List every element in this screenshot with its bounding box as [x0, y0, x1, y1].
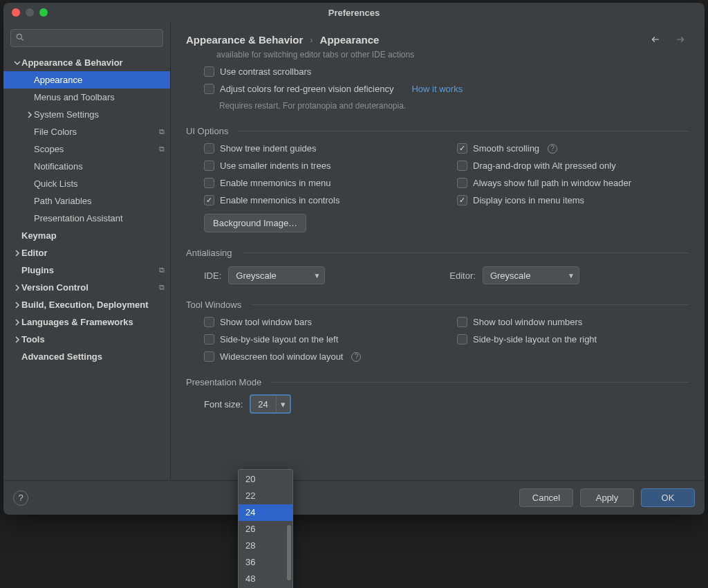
option-label: Show tool window numbers [473, 317, 582, 327]
option[interactable]: Show tool window bars [204, 317, 436, 327]
option-label: Enable mnemonics in menu [220, 178, 330, 188]
dropdown-item[interactable]: 48 [239, 571, 292, 587]
sidebar-item-label: Menus and Toolbars [34, 92, 155, 102]
option[interactable]: Always show full path in window header [457, 178, 689, 188]
option[interactable]: Display icons in menu items [457, 195, 689, 205]
apply-button[interactable]: Apply [580, 488, 634, 507]
checkbox[interactable] [457, 317, 467, 327]
dropdown-item[interactable]: 24 [239, 504, 292, 521]
checkbox[interactable] [457, 160, 467, 171]
sidebar-item[interactable]: Appearance & Behavior [3, 54, 170, 71]
breadcrumb-separator: › [310, 35, 313, 45]
dropdown-item[interactable]: 22 [239, 488, 292, 504]
option[interactable]: Drag-and-drop with Alt pressed only [457, 160, 689, 171]
background-image-button[interactable]: Background Image… [204, 214, 306, 232]
chevron-right-icon[interactable] [13, 250, 21, 257]
option[interactable]: Enable mnemonics in controls [204, 195, 436, 205]
checkbox[interactable] [204, 178, 214, 188]
option[interactable]: Widescreen tool window layout? [204, 351, 436, 362]
help-button[interactable]: ? [13, 490, 28, 506]
use-contrast-scrollbars-option[interactable]: Use contrast scrollbars [204, 66, 689, 77]
checkbox[interactable] [204, 84, 214, 94]
sidebar-item[interactable]: Editor [3, 244, 170, 261]
checkbox[interactable] [204, 160, 214, 171]
sidebar-item-label: File Colors [34, 127, 155, 137]
chevron-down-icon[interactable] [13, 59, 21, 66]
ide-aa-select[interactable]: Greyscale ▼ [228, 266, 325, 284]
sidebar-item[interactable]: Keymap [3, 227, 170, 244]
dropdown-item[interactable]: 28 [239, 538, 292, 554]
sidebar-item[interactable]: System Settings [3, 106, 170, 123]
sidebar-item[interactable]: Build, Execution, Deployment [3, 296, 170, 313]
nav-forward-button[interactable] [671, 32, 689, 47]
dropdown-item[interactable]: 26 [239, 521, 292, 538]
checkbox[interactable] [204, 351, 214, 362]
sidebar-item[interactable]: File Colors⧉ [3, 123, 170, 140]
search-input[interactable] [10, 29, 163, 47]
option[interactable]: Smooth scrolling? [457, 143, 689, 154]
info-icon[interactable]: ? [548, 144, 557, 154]
sidebar-item[interactable]: Plugins⧉ [3, 261, 170, 279]
option[interactable]: Use smaller indents in trees [204, 160, 436, 171]
sidebar-item[interactable]: Notifications [3, 158, 170, 175]
chevron-right-icon[interactable] [13, 302, 21, 309]
checkbox[interactable] [457, 143, 467, 154]
chevron-right-icon[interactable] [13, 319, 21, 326]
sidebar-item-label: Build, Execution, Deployment [21, 300, 155, 310]
ok-button[interactable]: OK [641, 488, 695, 507]
checkbox[interactable] [457, 178, 467, 188]
sidebar-item-label: Path Variables [34, 196, 155, 206]
scrollbar[interactable] [287, 525, 291, 580]
settings-pane[interactable]: available for switching editor tabs or o… [171, 50, 705, 480]
checkbox[interactable] [204, 334, 214, 344]
option-label: Drag-and-drop with Alt pressed only [473, 160, 616, 171]
zoom-window-button[interactable] [39, 8, 48, 17]
sidebar-item[interactable]: Appearance [3, 71, 170, 89]
dropdown-item[interactable]: 36 [239, 554, 292, 571]
sidebar-item[interactable]: Scopes⧉ [3, 140, 170, 158]
tool-windows-section: Tool Windows Show tool window barsShow t… [186, 300, 689, 362]
sidebar-item[interactable]: Menus and Toolbars [3, 89, 170, 106]
sidebar-item-label: Notifications [34, 161, 155, 172]
editor-aa-select[interactable]: Greyscale ▼ [483, 266, 579, 284]
option-label: Show tree indent guides [220, 143, 316, 154]
sidebar-item[interactable]: Version Control⧉ [3, 279, 170, 296]
nav-back-button[interactable] [646, 32, 664, 47]
checkbox[interactable] [204, 66, 214, 77]
chevron-right-icon[interactable] [13, 336, 21, 343]
checkbox[interactable] [204, 143, 214, 154]
sidebar-item[interactable]: Quick Lists [3, 175, 170, 192]
option[interactable]: Enable mnemonics in menu [204, 178, 436, 188]
option[interactable]: Show tool window numbers [457, 317, 689, 327]
info-icon[interactable]: ? [351, 352, 361, 362]
dropdown-item[interactable]: 20 [239, 471, 292, 488]
font-size-dropdown[interactable]: 2022242628364872 [238, 469, 293, 588]
option[interactable]: Show tree indent guides [204, 143, 436, 154]
option[interactable]: Side-by-side layout on the right [457, 334, 689, 344]
font-size-combobox[interactable]: 24 ▾ [250, 394, 291, 414]
minimize-window-button[interactable] [26, 8, 34, 17]
option[interactable]: Side-by-side layout on the left [204, 334, 436, 344]
chevron-right-icon[interactable] [26, 111, 34, 118]
chevron-right-icon[interactable] [13, 284, 21, 291]
top-hint: available for switching editor tabs or o… [186, 50, 689, 59]
color-deficiency-option[interactable]: Adjust colors for red-green vision defic… [204, 84, 689, 94]
sidebar-item[interactable]: Presentation Assistant [3, 210, 170, 227]
checkbox[interactable] [204, 195, 214, 205]
checkbox[interactable] [457, 334, 467, 344]
sidebar-item-label: Plugins [21, 265, 155, 275]
sidebar-item[interactable]: Path Variables [3, 192, 170, 210]
breadcrumb-group[interactable]: Appearance & Behavior [186, 34, 303, 46]
sidebar-item[interactable]: Tools [3, 331, 170, 348]
checkbox[interactable] [204, 317, 214, 327]
settings-tree[interactable]: Appearance & BehaviorAppearanceMenus and… [3, 51, 170, 480]
font-size-value: 24 [251, 399, 276, 410]
checkbox[interactable] [457, 195, 467, 205]
close-window-button[interactable] [12, 8, 20, 17]
how-it-works-link[interactable]: How it works [411, 84, 463, 94]
sidebar-item[interactable]: Languages & Frameworks [3, 313, 170, 331]
select-value: Greyscale [490, 270, 531, 281]
cancel-button[interactable]: Cancel [519, 488, 573, 507]
chevron-down-icon[interactable]: ▾ [276, 396, 290, 412]
sidebar-item[interactable]: Advanced Settings [3, 348, 170, 365]
